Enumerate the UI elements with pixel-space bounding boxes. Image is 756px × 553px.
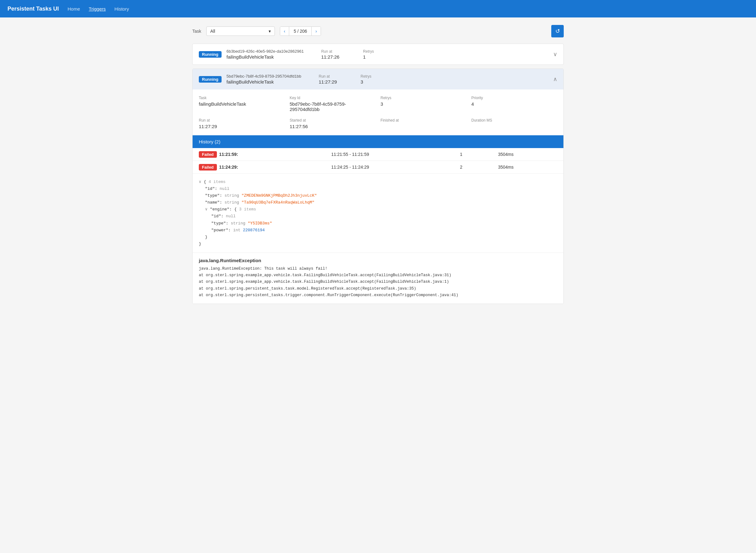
task-card-2: Running 5bd79ebc-7b8f-4c59-8759-295704df… [192, 69, 564, 304]
exception-line-4: at org.sterl.spring.persistent_tasks.tri… [199, 292, 557, 299]
history-retry-1: 1 [454, 148, 492, 161]
history-duration-1: 3504ms [492, 148, 564, 161]
detail-keyid: Key Id 5bd79ebc-7b8f-4c59-8759-295704dfd… [290, 96, 376, 112]
json-engine-open: ∨ "engine": { 3 items [205, 206, 557, 213]
detail-retrys-value: 3 [381, 101, 467, 106]
pagination: ‹ 5 / 206 › [280, 26, 321, 36]
json-id-line: "id": null [205, 185, 557, 192]
task-id-block-2: 5bd79ebc-7b8f-4c59-8759-295704dfd1bb fai… [227, 74, 301, 84]
run-at-block-1: Run at 11:27:26 [321, 49, 339, 60]
json-engine-type-line: "type": string "Y5IDB3ms" [211, 220, 557, 227]
detail-retrys-label: Retrys [381, 96, 467, 100]
history-status-1: Failed 11:21:59: [192, 148, 325, 161]
page-info: 5 / 206 [289, 27, 311, 35]
retrys-value-1: 1 [363, 54, 374, 60]
chevron-down-icon: ▾ [269, 29, 271, 34]
detail-retrys: Retrys 3 [381, 96, 467, 112]
run-at-label-1: Run at [321, 49, 339, 54]
task-id-block-1: 6b3bed19-426c-40e5-982e-da10e2862961 fai… [227, 49, 304, 60]
json-viewer-2: ∨ { 4 items "id": null "type": string "Z… [192, 173, 564, 252]
task-select[interactable]: All ▾ [206, 26, 275, 36]
table-row: Failed 11:24:29: 11:24:25 - 11:24:29 2 3… [192, 161, 564, 174]
detail-finished-at-label: Finished at [381, 118, 467, 123]
retrys-label-2: Retrys [360, 74, 371, 79]
task-label: Task [192, 29, 201, 34]
history-time-2: 11:24:29: [219, 165, 238, 170]
detail-run-at-label: Run at [199, 118, 285, 123]
run-at-label-2: Run at [319, 74, 337, 79]
json-name-line: "name": string "Ta90qU3Bq7eFXRa4nRaqWaLo… [205, 199, 557, 206]
retrys-block-2: Retrys 3 [360, 74, 371, 84]
brand: Persistent Tasks UI [7, 6, 59, 12]
prev-page-button[interactable]: ‹ [280, 27, 289, 35]
json-engine-power-line: "power": int 220876194 [211, 227, 557, 234]
detail-task-value: failingBuildVehicleTask [199, 101, 285, 106]
detail-keyid-value: 5bd79ebc-7b8f-4c59-8759-295704dfd1bb [290, 101, 376, 112]
history-header-2: History (2) [192, 135, 564, 148]
navbar: Persistent Tasks UI Home Triggers Histor… [0, 0, 756, 17]
exception-line-3: at org.sterl.spring.persistent_tasks.tas… [199, 286, 557, 292]
detail-task: Task failingBuildVehicleTask [199, 96, 285, 112]
exception-line-0: java.lang.RuntimeException: This task wi… [199, 265, 557, 272]
detail-run-at-value: 11:27:29 [199, 124, 285, 129]
detail-run-at: Run at 11:27:29 [199, 118, 285, 129]
retrys-label-1: Retrys [363, 49, 374, 54]
history-retry-2: 2 [454, 161, 492, 174]
refresh-icon: ↺ [555, 28, 560, 34]
next-page-button[interactable]: › [311, 27, 321, 35]
history-range-1: 11:21:55 - 11:21:59 [325, 148, 454, 161]
json-type-line: "type": string "ZMEDENm9GNKjPMBqDh2Jh3nj… [205, 192, 557, 199]
task-card-1: Running 6b3bed19-426c-40e5-982e-da10e286… [192, 44, 564, 65]
detail-keyid-label: Key Id [290, 96, 376, 100]
run-at-value-2: 11:27:29 [319, 79, 337, 84]
detail-duration-ms: Duration MS [472, 118, 558, 129]
status-badge-2: Running [199, 76, 222, 83]
task-detail-2: Task failingBuildVehicleTask Key Id 5bd7… [192, 89, 564, 129]
nav-history[interactable]: History [114, 6, 129, 11]
failed-badge-1: Failed [199, 151, 217, 158]
exception-line-2: at org.sterl.spring.example_app.vehicle.… [199, 279, 557, 285]
json-root-close: } [199, 241, 557, 247]
history-status-2: Failed 11:24:29: [192, 161, 325, 174]
toolbar: Task All ▾ ‹ 5 / 206 › ↺ [192, 25, 564, 37]
exception-title: java.lang.RuntimeException [199, 258, 557, 263]
detail-finished-at: Finished at [381, 118, 467, 129]
detail-priority: Priority 4 [472, 96, 558, 112]
task-select-value: All [211, 29, 215, 34]
detail-priority-value: 4 [472, 101, 558, 106]
retrys-value-2: 3 [360, 79, 371, 84]
history-range-2: 11:24:25 - 11:24:29 [325, 161, 454, 174]
status-badge-1: Running [199, 51, 222, 58]
exception-section-2: java.lang.RuntimeException java.lang.Run… [192, 252, 564, 304]
json-root-open: ∨ { 4 items [199, 179, 557, 185]
run-at-value-1: 11:27:26 [321, 54, 339, 60]
json-engine-close: } [205, 234, 557, 241]
refresh-button[interactable]: ↺ [551, 25, 564, 37]
detail-duration-ms-label: Duration MS [472, 118, 558, 123]
detail-started-at: Started at 11:27:56 [290, 118, 376, 129]
history-table-2: Failed 11:21:59: 11:21:55 - 11:21:59 1 3… [192, 148, 564, 173]
run-at-block-2: Run at 11:27:29 [319, 74, 337, 84]
detail-task-label: Task [199, 96, 285, 100]
detail-priority-label: Priority [472, 96, 558, 100]
detail-grid-2: Task failingBuildVehicleTask Key Id 5bd7… [199, 96, 557, 129]
nav-home[interactable]: Home [68, 6, 80, 11]
expand-icon-1: ∨ [553, 51, 557, 58]
history-time-1: 11:21:59: [219, 152, 238, 157]
task-id-1: 6b3bed19-426c-40e5-982e-da10e2862961 [227, 49, 304, 54]
task-name-2: failingBuildVehicleTask [227, 79, 301, 84]
detail-started-at-value: 11:27:56 [290, 124, 376, 129]
main-content: Task All ▾ ‹ 5 / 206 › ↺ Running 6b3bed1… [185, 17, 571, 315]
json-engine-id-line: "id": null [211, 213, 557, 220]
task-card-1-header[interactable]: Running 6b3bed19-426c-40e5-982e-da10e286… [192, 44, 564, 65]
history-duration-2: 3504ms [492, 161, 564, 174]
task-name-1: failingBuildVehicleTask [227, 54, 304, 60]
table-row: Failed 11:21:59: 11:21:55 - 11:21:59 1 3… [192, 148, 564, 161]
task-card-2-header[interactable]: Running 5bd79ebc-7b8f-4c59-8759-295704df… [192, 69, 564, 89]
history-section-2: History (2) Failed 11:21:59: 11:21:55 - … [192, 135, 564, 173]
exception-line-1: at org.sterl.spring.example_app.vehicle.… [199, 272, 557, 279]
retrys-block-1: Retrys 1 [363, 49, 374, 60]
nav-triggers[interactable]: Triggers [89, 6, 106, 11]
collapse-icon-2: ∧ [553, 76, 557, 83]
failed-badge-2: Failed [199, 164, 217, 170]
